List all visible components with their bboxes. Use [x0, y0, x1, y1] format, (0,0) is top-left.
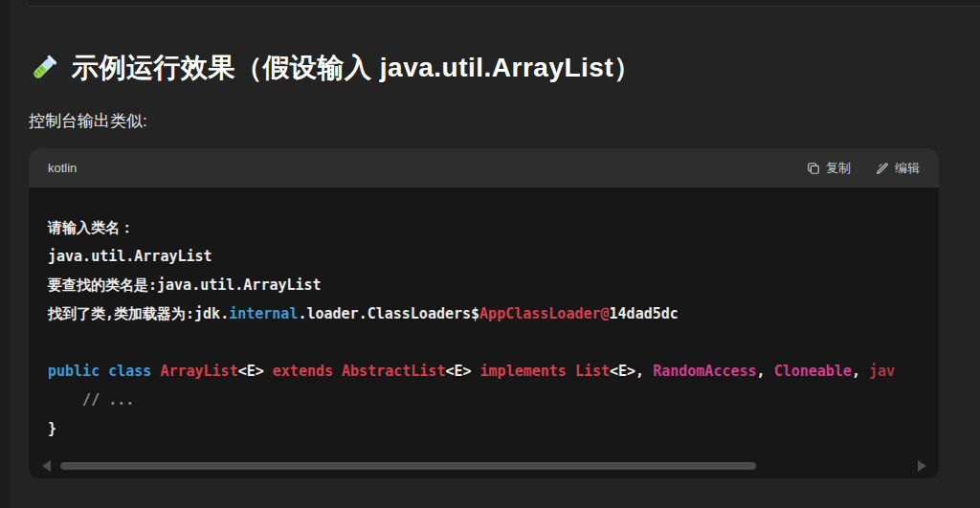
code-line: 请输入类名： — [48, 213, 920, 242]
code-token: <E> — [445, 363, 479, 380]
code-token: Cloneable — [774, 363, 852, 380]
code-token: } — [48, 420, 56, 437]
code-line: 要查找的类名是:java.util.ArrayList — [48, 271, 920, 299]
previous-section-divider — [29, 0, 980, 7]
code-token: , — [852, 363, 869, 380]
code-token: 找到了类,类加载器为:jdk. — [48, 305, 229, 322]
code-token: extends — [273, 363, 333, 380]
pencil-icon — [876, 162, 889, 175]
code-line: 找到了类,类加载器为:jdk.internal.loader.ClassLoad… — [48, 299, 920, 328]
code-token: internal — [229, 305, 298, 322]
code-token: List — [575, 363, 610, 380]
code-token: RandomAccess — [653, 363, 756, 380]
copy-button-label: 复制 — [826, 160, 851, 177]
edit-button[interactable]: 编辑 — [876, 160, 920, 177]
code-token: 请输入类名： — [48, 219, 134, 236]
code-token: implements — [480, 363, 567, 380]
code-line: java.util.ArrayList — [48, 242, 920, 271]
code-token: jav — [869, 363, 895, 380]
code-line: public class ArrayList<E> extends Abstra… — [48, 357, 920, 386]
code-content: 请输入类名：java.util.ArrayList要查找的类名是:java.ut… — [29, 188, 939, 478]
code-language-label: kotlin — [48, 161, 77, 175]
code-token: .loader.ClassLoaders$ — [298, 305, 479, 322]
intro-text: 控制台输出类似: — [29, 110, 939, 132]
code-token: , — [757, 363, 774, 380]
code-line: // ... — [48, 386, 920, 414]
code-token: <E> — [238, 363, 273, 380]
code-line: } — [48, 414, 920, 443]
code-token: ArrayList — [160, 363, 237, 380]
code-token — [333, 363, 342, 380]
code-token: public class — [48, 363, 151, 380]
message-content: 示例运行效果（假设输入 java.util.ArrayList） 控制台输出类似… — [29, 8, 939, 478]
section-heading: 示例运行效果（假设输入 java.util.ArrayList） — [29, 50, 939, 86]
copy-button[interactable]: 复制 — [807, 160, 851, 177]
code-block: kotlin 复制 — [29, 148, 939, 478]
code-token: 14dad5dc — [610, 305, 679, 322]
window-left-edge — [0, 0, 10, 508]
page-title: 示例运行效果（假设输入 java.util.ArrayList） — [72, 50, 641, 86]
test-tube-icon — [29, 53, 59, 83]
scroll-right-arrow-icon[interactable] — [918, 460, 926, 472]
code-token — [567, 363, 575, 380]
code-token: AppClassLoader@ — [479, 305, 609, 322]
horizontal-scrollbar[interactable] — [29, 459, 939, 473]
code-toolbar: 复制 编辑 — [807, 160, 920, 177]
code-line — [48, 328, 920, 357]
edit-button-label: 编辑 — [895, 160, 920, 177]
scroll-left-arrow-icon[interactable] — [42, 460, 51, 472]
code-token: java.util.ArrayList — [48, 248, 212, 265]
copy-icon — [807, 162, 820, 175]
code-token: AbstractList — [342, 363, 445, 380]
code-block-header: kotlin 复制 — [29, 148, 939, 188]
code-token: <E>, — [610, 363, 653, 380]
scrollbar-thumb[interactable] — [60, 462, 756, 470]
code-token: 要查找的类名是:java.util.ArrayList — [48, 276, 322, 294]
code-token: // ... — [48, 391, 134, 409]
